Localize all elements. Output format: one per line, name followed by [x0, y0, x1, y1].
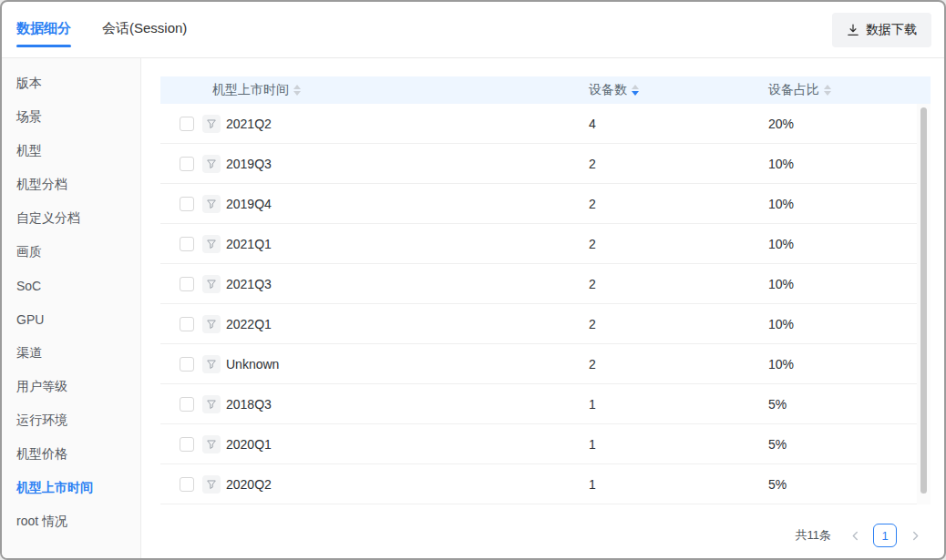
sidebar-item-0[interactable]: 版本 — [2, 66, 140, 100]
sidebar-item-2[interactable]: 机型 — [2, 134, 140, 168]
row-checkbox[interactable] — [180, 437, 194, 452]
row-name-cell: 2021Q1 — [160, 235, 587, 253]
column-header-launch-time[interactable]: 机型上市时间 — [160, 82, 587, 98]
row-device-count: 2 — [587, 197, 766, 211]
sidebar-item-13[interactable]: root 情况 — [2, 504, 140, 538]
data-table: 机型上市时间 设备数 设备占比 — [160, 76, 931, 504]
row-name-cell: 2021Q3 — [160, 275, 587, 293]
row-name: 2020Q2 — [226, 477, 272, 492]
table-row: 2018Q3 1 5% — [160, 384, 917, 424]
download-icon — [847, 24, 859, 36]
row-device-count: 2 — [587, 357, 766, 372]
scrollbar-thumb[interactable] — [920, 107, 927, 494]
table-row: 2021Q2 4 20% — [160, 104, 917, 144]
filter-funnel-icon[interactable] — [202, 115, 221, 133]
filter-funnel-icon[interactable] — [202, 355, 221, 373]
column-header-device-count[interactable]: 设备数 — [587, 82, 766, 98]
row-name: 2018Q3 — [226, 397, 272, 412]
filter-funnel-icon[interactable] — [202, 395, 221, 413]
column-label: 设备数 — [589, 82, 627, 98]
sidebar-item-label: 版本 — [16, 76, 42, 92]
table-row: 2021Q3 2 10% — [160, 264, 917, 304]
row-checkbox[interactable] — [180, 117, 194, 131]
sidebar-item-label: 自定义分档 — [16, 210, 80, 227]
sidebar-item-4[interactable]: 自定义分档 — [2, 201, 140, 235]
row-checkbox[interactable] — [180, 397, 194, 412]
sidebar-item-12[interactable]: 机型上市时间 — [2, 471, 140, 504]
sort-caret-icon[interactable] — [632, 85, 639, 96]
sidebar-item-5[interactable]: 画质 — [2, 235, 140, 269]
row-device-count: 1 — [587, 437, 766, 452]
sidebar-item-label: 用户等级 — [16, 379, 67, 395]
sidebar-item-label: 机型上市时间 — [16, 480, 93, 496]
column-label: 机型上市时间 — [212, 82, 289, 98]
sidebar-item-label: GPU — [16, 312, 44, 327]
table-body: 2021Q2 4 20% 2019Q3 2 10% 2019Q4 2 — [160, 104, 917, 504]
analytics-window: 数据细分 会话(Session) 数据下载 版本 场景 机型 机型分档 自定义分… — [0, 0, 946, 560]
table-row: 2019Q4 2 10% — [160, 184, 917, 224]
row-device-share: 5% — [766, 477, 917, 492]
column-header-device-share[interactable]: 设备占比 — [766, 82, 931, 98]
filter-funnel-icon[interactable] — [202, 195, 221, 213]
top-tab-bar: 数据细分 会话(Session) 数据下载 — [2, 2, 944, 58]
row-device-share: 5% — [766, 397, 917, 412]
row-name: 2020Q1 — [226, 437, 272, 452]
sidebar-item-label: root 情况 — [16, 514, 67, 530]
filter-funnel-icon[interactable] — [202, 475, 221, 494]
chevron-left-icon[interactable] — [844, 524, 866, 546]
row-checkbox[interactable] — [180, 197, 194, 211]
sidebar-item-7[interactable]: GPU — [2, 302, 140, 336]
pagination-page-1[interactable]: 1 — [873, 524, 897, 547]
row-device-share: 10% — [766, 197, 917, 211]
dimension-sidebar: 版本 场景 机型 机型分档 自定义分档 画质 SoC GPU 渠道 用户等级 运… — [2, 58, 141, 558]
table-row: 2020Q1 1 5% — [160, 424, 917, 464]
pagination-total: 共11条 — [796, 527, 832, 544]
row-device-count: 2 — [587, 277, 766, 291]
sidebar-item-11[interactable]: 机型价格 — [2, 437, 140, 471]
row-checkbox[interactable] — [180, 357, 194, 372]
sidebar-item-9[interactable]: 用户等级 — [2, 370, 140, 403]
row-name-cell: 2019Q4 — [160, 195, 587, 213]
row-name-cell: 2020Q1 — [160, 435, 587, 453]
row-checkbox[interactable] — [180, 277, 194, 291]
row-checkbox[interactable] — [180, 317, 194, 331]
sort-caret-icon[interactable] — [293, 85, 301, 96]
row-device-share: 10% — [766, 277, 917, 291]
sort-caret-icon[interactable] — [824, 85, 831, 96]
tab-session[interactable]: 会话(Session) — [102, 20, 187, 39]
tabs: 数据细分 会话(Session) — [16, 2, 187, 57]
table-row: 2019Q3 2 10% — [160, 144, 917, 184]
row-name-cell: 2021Q2 — [160, 115, 587, 133]
filter-funnel-icon[interactable] — [202, 235, 221, 253]
filter-funnel-icon[interactable] — [202, 435, 221, 453]
sidebar-item-label: 场景 — [16, 109, 42, 126]
row-device-share: 5% — [766, 437, 917, 452]
row-checkbox[interactable] — [180, 477, 194, 492]
row-device-count: 1 — [587, 397, 766, 412]
data-download-button[interactable]: 数据下载 — [832, 13, 931, 47]
filter-funnel-icon[interactable] — [202, 155, 221, 173]
sidebar-item-1[interactable]: 场景 — [2, 100, 140, 134]
sidebar-item-label: 画质 — [16, 244, 42, 260]
filter-funnel-icon[interactable] — [202, 275, 221, 293]
row-name: Unknown — [226, 357, 279, 372]
sidebar-item-8[interactable]: 渠道 — [2, 336, 140, 370]
sidebar-item-label: 运行环境 — [16, 412, 67, 429]
sidebar-item-6[interactable]: SoC — [2, 269, 140, 302]
sidebar-item-label: 机型 — [16, 143, 42, 159]
pagination: 共11条 1 — [796, 524, 927, 547]
sidebar-item-3[interactable]: 机型分档 — [2, 168, 140, 201]
table-scrollbar[interactable] — [917, 104, 931, 504]
tab-data-breakdown[interactable]: 数据细分 — [16, 20, 71, 39]
sidebar-item-10[interactable]: 运行环境 — [2, 403, 140, 437]
row-device-count: 1 — [587, 477, 766, 492]
row-name-cell: 2022Q1 — [160, 315, 587, 333]
sidebar-item-label: 机型分档 — [16, 177, 67, 193]
chevron-right-icon[interactable] — [904, 524, 926, 546]
sidebar-item-label: 机型价格 — [16, 446, 67, 463]
row-checkbox[interactable] — [180, 157, 194, 171]
filter-funnel-icon[interactable] — [202, 315, 221, 333]
row-device-share: 10% — [766, 317, 917, 331]
row-checkbox[interactable] — [180, 237, 194, 251]
sidebar-item-label: 渠道 — [16, 345, 42, 361]
